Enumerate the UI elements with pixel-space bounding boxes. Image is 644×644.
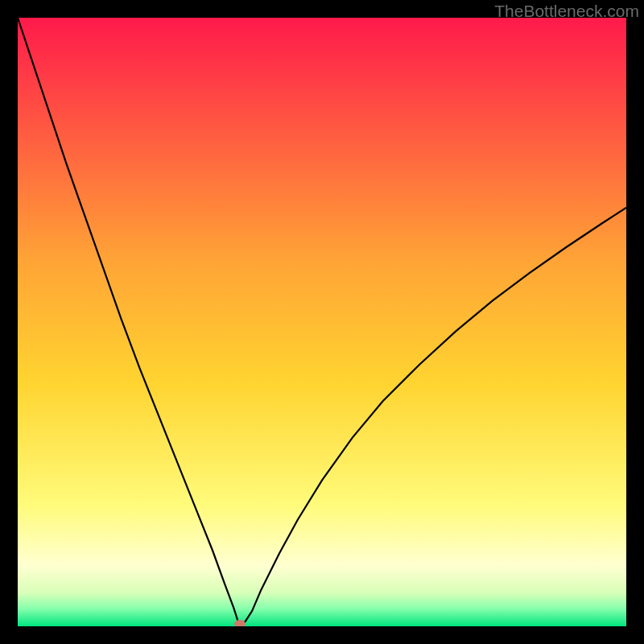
watermark-text: TheBottleneck.com <box>494 2 639 21</box>
chart-frame <box>18 18 626 626</box>
bottleneck-chart <box>18 18 626 626</box>
gradient-background <box>18 18 626 626</box>
